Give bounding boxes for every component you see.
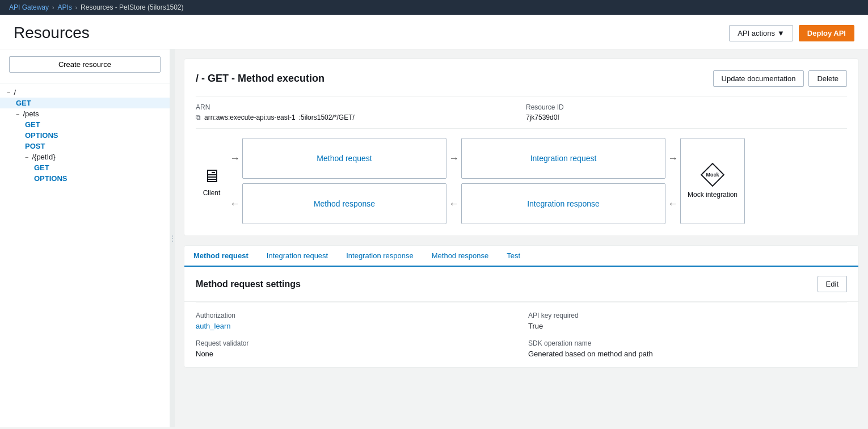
breadcrumb-api-gateway[interactable]: API Gateway bbox=[9, 3, 49, 11]
client-icon: 🖥 bbox=[203, 166, 221, 187]
method-response-link[interactable]: Method response bbox=[314, 199, 375, 208]
flow-arrows-left: → ← bbox=[230, 138, 240, 224]
sidebar-item-petid-options[interactable]: OPTIONS bbox=[0, 173, 170, 184]
collapse-icon-petid: − bbox=[25, 154, 28, 161]
arrow-right-1: → bbox=[230, 138, 240, 179]
sidebar-item-petid-get[interactable]: GET bbox=[0, 162, 170, 173]
sidebar-resource-petid: /{petId} bbox=[32, 153, 55, 161]
authorization-value: auth_learn bbox=[196, 322, 515, 330]
mock-integration-box: Mock Mock integration bbox=[680, 138, 745, 224]
request-validator-label: Request validator bbox=[196, 339, 515, 347]
sidebar-method-pets-get: GET bbox=[25, 120, 40, 129]
page-title: Resources bbox=[14, 24, 90, 42]
arrow-right-2: → bbox=[449, 138, 459, 179]
flow-arrows-right: → ← bbox=[668, 138, 678, 224]
sidebar-item-petid[interactable]: − /{petId} bbox=[0, 152, 170, 162]
sdk-operation-name-label: SDK operation name bbox=[528, 339, 847, 347]
integration-response-box: Integration response bbox=[461, 183, 665, 224]
sidebar-item-pets[interactable]: − /pets bbox=[0, 108, 170, 119]
sdk-operation-name-value: Generated based on method and path bbox=[528, 350, 847, 358]
tabs: Method request Integration request Integ… bbox=[184, 246, 858, 267]
mock-label: Mock integration bbox=[688, 191, 738, 199]
request-validator-value: None bbox=[196, 350, 515, 358]
integration-request-box: Integration request bbox=[461, 138, 665, 179]
resource-id-text: 7jk7539d0f bbox=[526, 113, 559, 121]
client-label: Client bbox=[203, 189, 221, 197]
copy-icon[interactable]: ⧉ bbox=[196, 113, 201, 121]
sidebar-item-pets-post[interactable]: POST bbox=[0, 141, 170, 152]
arrow-left-1: ← bbox=[230, 183, 240, 224]
deploy-api-button[interactable]: Deploy API bbox=[799, 25, 854, 41]
method-exec-actions: Update documentation Delete bbox=[713, 70, 847, 87]
request-validator-item: Request validator None bbox=[196, 339, 515, 358]
resource-id-section: Resource ID 7jk7539d0f bbox=[526, 103, 847, 121]
header-actions: API actions ▼ Deploy API bbox=[729, 25, 854, 41]
flow-arrows-mid: → ← bbox=[449, 138, 459, 224]
edit-button[interactable]: Edit bbox=[818, 276, 847, 292]
sidebar: Create resource − / GET − /pets GET OPTI… bbox=[0, 49, 170, 427]
collapse-icon-pets: − bbox=[16, 111, 19, 117]
arn-row: ARN ⧉ arn:aws:execute-api:us-east-1 :5il… bbox=[196, 96, 847, 129]
sidebar-item-pets-get[interactable]: GET bbox=[0, 119, 170, 130]
breadcrumb-sep-2: › bbox=[75, 5, 77, 11]
resource-id-value: 7jk7539d0f bbox=[526, 113, 847, 121]
authorization-link[interactable]: auth_learn bbox=[196, 322, 230, 330]
settings-card: Method request Integration request Integ… bbox=[184, 245, 859, 368]
create-resource-button[interactable]: Create resource bbox=[9, 56, 161, 73]
sidebar-divider bbox=[0, 83, 170, 83]
authorization-label: Authorization bbox=[196, 312, 515, 319]
tab-method-request[interactable]: Method request bbox=[184, 246, 258, 267]
method-boxes: Method request Method response bbox=[242, 138, 446, 224]
flow-diagram: 🖥 Client → ← Method request Method respo… bbox=[196, 138, 847, 224]
tab-integration-request[interactable]: Integration request bbox=[258, 246, 337, 267]
arn-label: ARN bbox=[196, 103, 517, 111]
integration-boxes: Integration request Integration response bbox=[461, 138, 665, 224]
content-area: / - GET - Method execution Update docume… bbox=[175, 49, 868, 427]
arrow-left-2: ← bbox=[449, 183, 459, 224]
tab-method-response[interactable]: Method response bbox=[423, 246, 498, 267]
arn-text-1: arn:aws:execute-api:us-east-1 bbox=[204, 113, 296, 121]
sidebar-method-root-get: GET bbox=[16, 99, 31, 107]
tab-test[interactable]: Test bbox=[498, 246, 529, 267]
breadcrumb-apis[interactable]: APIs bbox=[57, 3, 71, 11]
sidebar-resource-root: / bbox=[14, 88, 16, 96]
settings-header: Method request settings Edit bbox=[184, 267, 858, 302]
sidebar-item-root-get[interactable]: GET bbox=[0, 98, 170, 108]
sidebar-item-root[interactable]: − / bbox=[0, 87, 170, 98]
settings-grid: Authorization auth_learn API key require… bbox=[184, 302, 858, 367]
breadcrumb-sep-1: › bbox=[52, 5, 54, 11]
arn-value: ⧉ arn:aws:execute-api:us-east-1 :5ilors1… bbox=[196, 113, 517, 121]
method-exec-title: / - GET - Method execution bbox=[196, 73, 325, 85]
authorization-item: Authorization auth_learn bbox=[196, 312, 515, 330]
arn-text-2: :5ilors1502/*/GET/ bbox=[299, 113, 355, 121]
breadcrumb-current: Resources - PetStore (5ilors1502) bbox=[81, 3, 183, 11]
method-request-box: Method request bbox=[242, 138, 446, 179]
api-key-required-item: API key required True bbox=[528, 312, 847, 330]
api-key-required-value: True bbox=[528, 322, 847, 330]
arrow-left-3: ← bbox=[668, 183, 678, 224]
update-documentation-button[interactable]: Update documentation bbox=[713, 70, 804, 87]
method-response-box: Method response bbox=[242, 183, 446, 224]
sidebar-method-pets-post: POST bbox=[25, 142, 45, 150]
sdk-operation-name-item: SDK operation name Generated based on me… bbox=[528, 339, 847, 358]
sidebar-method-pets-options: OPTIONS bbox=[25, 131, 58, 140]
sidebar-item-pets-options[interactable]: OPTIONS bbox=[0, 130, 170, 141]
tab-integration-response[interactable]: Integration response bbox=[337, 246, 423, 267]
method-execution-card: / - GET - Method execution Update docume… bbox=[184, 58, 859, 236]
arrow-right-3: → bbox=[668, 138, 678, 179]
delete-button[interactable]: Delete bbox=[808, 70, 847, 87]
settings-title: Method request settings bbox=[196, 279, 301, 289]
resource-id-label: Resource ID bbox=[526, 103, 847, 111]
api-actions-button[interactable]: API actions ▼ bbox=[729, 25, 793, 41]
method-request-link[interactable]: Method request bbox=[317, 154, 372, 163]
sidebar-resource-pets: /pets bbox=[23, 110, 39, 118]
collapse-icon: − bbox=[7, 89, 10, 96]
main-layout: Create resource − / GET − /pets GET OPTI… bbox=[0, 49, 868, 427]
chevron-down-icon: ▼ bbox=[777, 29, 785, 37]
api-key-required-label: API key required bbox=[528, 312, 847, 319]
resize-handle[interactable]: ⋮ bbox=[170, 49, 175, 427]
sidebar-method-petid-options: OPTIONS bbox=[34, 174, 68, 183]
integration-response-link[interactable]: Integration response bbox=[527, 199, 600, 208]
integration-request-link[interactable]: Integration request bbox=[530, 154, 597, 163]
client-box: 🖥 Client bbox=[196, 157, 227, 206]
